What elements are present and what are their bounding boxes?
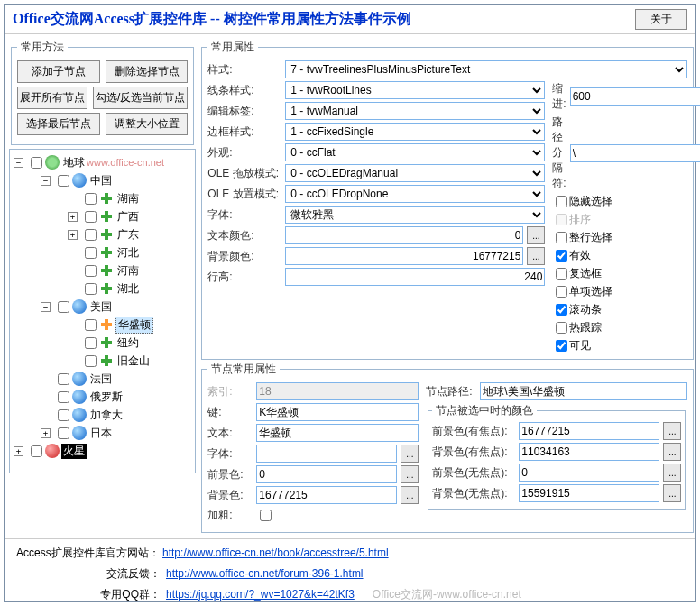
tree-checkbox[interactable] — [58, 427, 69, 439]
oledrop-select[interactable]: 0 - ccOLEDropNone — [285, 185, 545, 203]
appearance-select[interactable]: 0 - ccFlat — [285, 143, 545, 161]
tree-checkbox[interactable] — [85, 337, 97, 349]
tree-label[interactable]: 加拿大 — [88, 408, 124, 423]
feedback-link[interactable]: http://www.office-cn.net/forum-396-1.htm… — [166, 567, 364, 580]
border-select[interactable]: 1 - ccFixedSingle — [285, 123, 545, 141]
key-input[interactable] — [256, 403, 419, 421]
hidesel-check[interactable]: 隐藏选择 — [556, 194, 687, 209]
expand-icon[interactable]: + — [68, 230, 78, 240]
visible-check[interactable]: 可见 — [556, 338, 687, 354]
tree-checkbox[interactable] — [85, 265, 97, 277]
oledrag-select[interactable]: 0 - ccOLEDragManual — [285, 164, 545, 182]
fg-nofocus-picker-button[interactable]: ... — [663, 464, 681, 482]
font-select[interactable]: 微软雅黑 — [285, 206, 545, 224]
tree-checkbox[interactable] — [85, 283, 97, 295]
tree-label[interactable]: 纽约 — [115, 335, 141, 351]
tree-checkbox[interactable] — [85, 247, 97, 259]
key-label: 键: — [207, 405, 253, 420]
forecolor-input[interactable] — [256, 465, 397, 483]
tree-label-earth[interactable]: 地球 — [61, 155, 87, 170]
rowheight-input[interactable] — [285, 268, 545, 286]
tree-checkbox[interactable] — [58, 301, 69, 313]
tree-view[interactable]: −地球www.office-cn.net −中国 湖南 +广西 +广东 河北 河… — [9, 149, 196, 473]
resize-button[interactable]: 调整大小位置 — [106, 113, 189, 135]
style-select[interactable]: 7 - tvwTreelinesPlusMinusPictureText — [285, 60, 687, 78]
tree-checkbox[interactable] — [85, 211, 97, 223]
tree-label[interactable]: 俄罗斯 — [88, 390, 124, 405]
collapse-icon[interactable]: − — [41, 176, 51, 186]
textcolor-picker-button[interactable]: ... — [527, 226, 545, 244]
tree-checkbox[interactable] — [58, 373, 69, 385]
expand-all-button[interactable]: 展开所有节点 — [17, 87, 88, 109]
index-label: 索引: — [207, 384, 253, 399]
add-child-node-button[interactable]: 添加子节点 — [17, 60, 100, 83]
bg-nofocus-picker-button[interactable]: ... — [663, 484, 681, 502]
linestyle-select[interactable]: 1 - tvwRootLines — [285, 81, 545, 99]
hottrack-check[interactable]: 热跟踪 — [556, 320, 687, 335]
collapse-icon[interactable]: − — [14, 158, 23, 168]
tree-checkbox[interactable] — [85, 319, 97, 331]
tree-checkbox[interactable] — [58, 391, 69, 403]
tree-checkbox[interactable] — [85, 229, 97, 241]
bg-focus-input[interactable] — [519, 443, 659, 461]
forecolor-picker-button[interactable]: ... — [401, 465, 419, 483]
tree-label[interactable]: 广西 — [115, 209, 141, 225]
sort-check[interactable]: 排序 — [556, 212, 687, 227]
tree-checkbox[interactable] — [58, 409, 69, 421]
editlabel-select[interactable]: 1 - tvwManual — [285, 102, 545, 120]
checkbox-check[interactable]: 复选框 — [556, 266, 687, 281]
rowheight-label: 行高: — [207, 270, 281, 285]
tree-checkbox[interactable] — [31, 157, 42, 169]
tree-checkbox[interactable] — [58, 175, 69, 187]
scroll-check[interactable]: 滚动条 — [556, 302, 687, 317]
pathsep-input[interactable] — [570, 144, 700, 162]
qq-link[interactable]: https://jq.qq.com/?_wv=1027&k=42tKf3 — [166, 588, 355, 601]
path-input[interactable] — [480, 382, 687, 400]
tree-label[interactable]: 河南 — [115, 263, 141, 279]
delete-selected-node-button[interactable]: 删除选择节点 — [106, 60, 189, 83]
bg-nofocus-input[interactable] — [519, 484, 659, 502]
about-button[interactable]: 关于 — [635, 9, 687, 30]
tree-label[interactable]: 法国 — [88, 372, 114, 387]
backcolor-input[interactable] — [256, 486, 397, 504]
site-link[interactable]: http://www.office-cn.net/book/accesstree… — [162, 546, 389, 559]
textcolor-input[interactable] — [285, 226, 523, 244]
fg-focus-picker-button[interactable]: ... — [663, 422, 681, 440]
nodefont-picker-button[interactable]: ... — [401, 445, 419, 463]
fg-nofocus-input[interactable] — [519, 464, 659, 482]
tree-checkbox[interactable] — [85, 193, 97, 205]
tree-label-china[interactable]: 中国 — [88, 173, 114, 188]
tree-label[interactable]: 广东 — [115, 227, 141, 243]
bgcolor-picker-button[interactable]: ... — [527, 247, 545, 265]
tree-label-mars[interactable]: 火星 — [61, 444, 87, 459]
backcolor-picker-button[interactable]: ... — [401, 486, 419, 504]
bgcolor-input[interactable] — [285, 247, 523, 265]
selected-colors-fieldset: 节点被选中时的颜色 前景色(有焦点):... 背景色(有焦点):... 前景色(… — [428, 403, 686, 510]
toggle-check-button[interactable]: 勾选/反选当前节点 — [93, 87, 188, 109]
bg-focus-picker-button[interactable]: ... — [663, 443, 681, 461]
nodefont-label: 字体: — [207, 446, 253, 462]
tree-checkbox[interactable] — [85, 355, 97, 367]
fg-focus-input[interactable] — [519, 422, 659, 440]
enabled-check[interactable]: 有效 — [556, 248, 687, 263]
tree-label[interactable]: 河北 — [115, 245, 141, 261]
text-input[interactable] — [256, 424, 419, 442]
tree-label[interactable]: 湖北 — [115, 281, 141, 297]
fullrow-check[interactable]: 整行选择 — [556, 230, 687, 245]
single-check[interactable]: 单项选择 — [556, 284, 687, 299]
tree-label-washington[interactable]: 华盛顿 — [115, 317, 153, 334]
collapse-icon[interactable]: − — [41, 302, 51, 312]
indent-input[interactable] — [570, 87, 700, 106]
expand-icon[interactable]: + — [41, 428, 51, 438]
properties-fieldset: 常用属性 样式: 7 - tvwTreelinesPlusMinusPictur… — [201, 40, 694, 360]
nodefont-input[interactable] — [256, 445, 397, 463]
bold-check[interactable] — [260, 510, 272, 521]
tree-checkbox[interactable] — [31, 445, 42, 457]
select-last-button[interactable]: 选择最后节点 — [17, 113, 100, 135]
expand-icon[interactable]: + — [14, 446, 23, 456]
tree-label[interactable]: 日本 — [88, 426, 114, 441]
tree-label-usa[interactable]: 美国 — [88, 299, 114, 315]
tree-label[interactable]: 湖南 — [115, 191, 141, 207]
tree-label[interactable]: 旧金山 — [115, 354, 152, 369]
expand-icon[interactable]: + — [68, 212, 78, 222]
